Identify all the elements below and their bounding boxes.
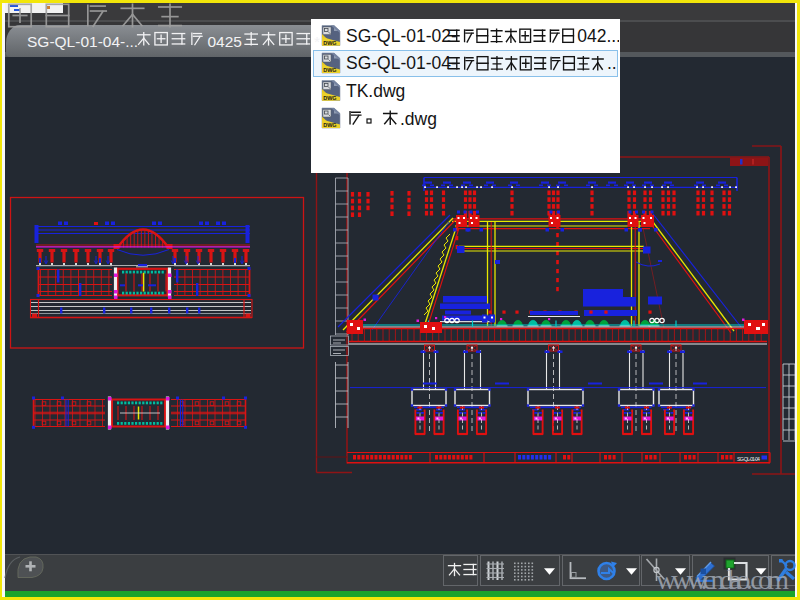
svg-text:DWG: DWG — [323, 122, 336, 128]
svg-text:TK.dwg: TK.dwg — [346, 81, 405, 101]
svg-text:*: * — [314, 33, 320, 50]
svg-text:SG-QL-01-02-: SG-QL-01-02- — [346, 26, 457, 46]
svg-text:SG-QL-01-04-: SG-QL-01-04- — [346, 53, 457, 73]
svg-text:.dwg: .dwg — [400, 109, 437, 129]
svg-text:042...: 042... — [577, 26, 621, 46]
svg-text:DWG: DWG — [323, 40, 336, 46]
svg-text:www.cndao. com: www.cndao. com — [656, 564, 789, 595]
svg-text:SG-QL-01-04-...: SG-QL-01-04-... — [27, 33, 138, 50]
svg-text:..: .. — [607, 53, 617, 73]
svg-text:DWG: DWG — [323, 67, 336, 73]
svg-text:0425: 0425 — [207, 33, 241, 50]
svg-text:DWG: DWG — [323, 95, 336, 101]
